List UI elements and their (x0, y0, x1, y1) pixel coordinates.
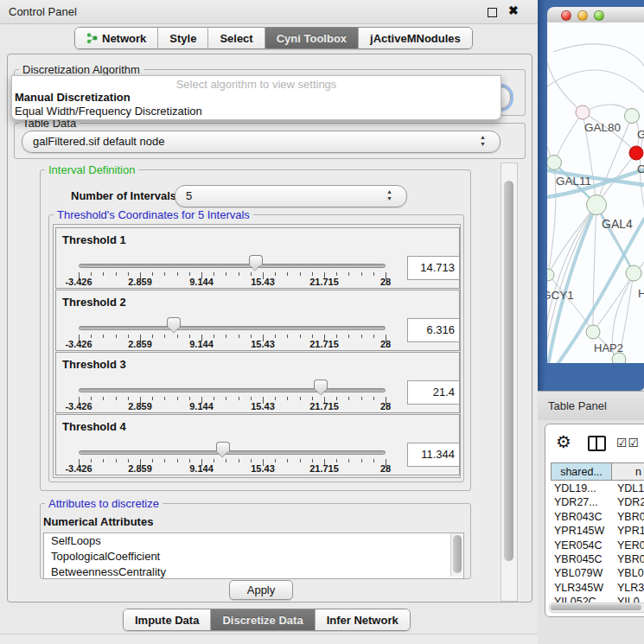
tab-discretize-data[interactable]: Discretize Data (211, 609, 315, 630)
network-node[interactable] (586, 325, 600, 339)
attributes-list-scrollbar[interactable] (450, 533, 462, 577)
network-node[interactable] (625, 109, 640, 124)
table-row[interactable]: YDL19...YDL1 (545, 482, 644, 496)
slider-thumb[interactable] (249, 255, 263, 265)
control-panel-titlebar: Control Panel ✖ (0, 0, 538, 24)
network-node[interactable] (587, 195, 607, 215)
table-horizontal-scrollbar[interactable] (549, 603, 644, 613)
slider-tick (91, 335, 92, 338)
network-node[interactable] (626, 265, 641, 281)
slider-tick-label: 15.43 (241, 401, 284, 411)
network-edge[interactable] (554, 112, 583, 163)
close-icon[interactable]: ✖ (508, 3, 519, 17)
slider-tick (373, 272, 374, 276)
slider-thumb[interactable] (167, 317, 181, 328)
tab-select[interactable]: Select (208, 28, 265, 48)
slider-tick (214, 397, 214, 400)
tab-label: Select (220, 32, 252, 45)
cell-name: YDR2 (615, 496, 644, 508)
popup-item-equal-width-frequency-discretization[interactable]: Equal Width/Frequency Discretization (15, 105, 202, 118)
slider-tick (152, 335, 153, 338)
network-canvas[interactable]: GAL80GACGAL11GAL4GCY1HHAP2 (547, 22, 644, 363)
panel-scrollbar[interactable] (501, 163, 518, 602)
threshold-value-field[interactable]: 14.713 (407, 256, 460, 280)
slider-tick (348, 335, 349, 338)
tab-infer-network[interactable]: Infer Network (316, 609, 410, 630)
screenshot-stage: Control Panel ✖ NetworkStyleSelectCyni T… (0, 0, 644, 644)
bottom-tab-bar: Impute DataDiscretize DataInfer Network (123, 609, 411, 631)
slider-tick (177, 335, 178, 338)
attribute-item-selfloops[interactable]: SelfLoops (44, 533, 463, 549)
tab-network[interactable]: Network (75, 28, 158, 48)
zoom-traffic-light-icon[interactable] (594, 10, 604, 21)
close-traffic-light-icon[interactable] (561, 10, 571, 21)
slider-tick (300, 459, 301, 462)
table-data-combobox[interactable]: galFiltered.sif default node (22, 131, 501, 153)
threshold-label: Threshold 2 (62, 296, 126, 309)
network-edge[interactable] (547, 111, 554, 163)
column-header-name[interactable]: n (612, 462, 644, 481)
column-header-shared[interactable]: shared... (551, 462, 612, 481)
node-label-gal11: GAL11 (556, 175, 591, 188)
slider-tick (214, 335, 214, 338)
numerical-attributes-list[interactable]: SelfLoopsTopologicalCoefficientBetweenne… (43, 532, 464, 579)
table-row[interactable]: YDR27...YDR2 (545, 496, 644, 510)
slider-track[interactable] (79, 264, 386, 268)
combo-arrows-icon: ▲▼ (480, 134, 486, 148)
slider-tick-label: 9.144 (180, 277, 223, 287)
network-edge[interactable] (593, 205, 596, 332)
table-row[interactable]: YBR045CYBR0 (545, 553, 644, 567)
network-node[interactable] (547, 156, 562, 170)
slider-track[interactable] (79, 388, 386, 392)
slider-thumb[interactable] (314, 379, 328, 390)
network-edge[interactable] (553, 44, 644, 69)
slider-tick (373, 459, 374, 462)
cell-name: YDL1 (615, 482, 644, 494)
table-row[interactable]: YLR345WYLR3 (545, 582, 644, 596)
tab-cyni-toolbox[interactable]: Cyni Toolbox (265, 28, 359, 48)
slider-tick-label: 28 (364, 463, 407, 474)
tab-jactivemnodules[interactable]: jActiveMNodules (359, 28, 472, 48)
table-row[interactable]: YIL052CYIL0 (545, 596, 644, 603)
table-row[interactable]: YBL079WYBL0 (545, 567, 644, 581)
scrollbar-thumb[interactable] (504, 181, 513, 561)
slider-tick-label: 2.859 (118, 463, 162, 474)
threshold-value-field[interactable]: 21.4 (407, 380, 460, 405)
slider-thumb[interactable] (216, 442, 230, 452)
scrollbar-thumb[interactable] (453, 535, 462, 573)
slider-tick (275, 459, 276, 462)
attribute-item-topologicalcoefficient[interactable]: TopologicalCoefficient (44, 549, 463, 564)
split-columns-icon[interactable] (588, 436, 606, 451)
gear-icon[interactable]: ⚙ (556, 432, 571, 451)
number-of-intervals-combobox[interactable]: 5 (175, 185, 407, 207)
cell-shared-name: YDL19... (545, 482, 615, 494)
cell-shared-name: YBR043C (545, 511, 615, 523)
attribute-item-betweennesscentrality[interactable]: BetweennessCentrality (44, 564, 463, 579)
table-row[interactable]: YBR043CYBR0 (545, 511, 644, 525)
minimize-traffic-light-icon[interactable] (577, 10, 588, 21)
slider-track[interactable] (79, 450, 386, 455)
slider-tick (361, 459, 362, 462)
tab-impute-data[interactable]: Impute Data (124, 609, 211, 630)
slider-tick-label: -3.426 (57, 401, 100, 411)
slider-tick (251, 397, 252, 400)
table-row[interactable]: YER054CYER0 (545, 539, 644, 553)
network-edge-highlighted[interactable] (596, 205, 634, 273)
network-node[interactable] (576, 105, 590, 119)
checkbox-icons[interactable]: ☑☑ (616, 436, 640, 450)
network-edge[interactable] (548, 163, 556, 275)
threshold-value-field[interactable]: 11.344 (407, 443, 460, 467)
network-node[interactable] (629, 146, 643, 160)
slider-tick (226, 335, 226, 338)
apply-button[interactable]: Apply (229, 580, 293, 600)
threshold-value-field[interactable]: 6.316 (407, 318, 460, 342)
slider-track[interactable] (79, 326, 386, 330)
tab-style[interactable]: Style (158, 28, 208, 48)
popup-item-manual-discretization[interactable]: Manual Discretization (15, 91, 131, 104)
slider-tick (226, 272, 226, 276)
scrollbar-thumb[interactable] (551, 604, 641, 610)
network-edge[interactable] (547, 62, 583, 112)
network-node[interactable] (547, 269, 554, 281)
float-window-icon[interactable] (488, 8, 497, 17)
table-row[interactable]: YPR145WYPR1 (545, 525, 644, 539)
